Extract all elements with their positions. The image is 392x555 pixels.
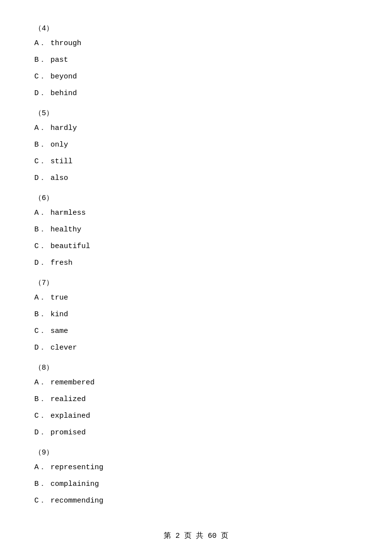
question-number-7: （7） [34,278,358,287]
question-number-5: （5） [34,108,358,118]
option-8-1[interactable]: B． realized [34,394,358,405]
option-5-3[interactable]: D． also [34,173,358,184]
option-9-1[interactable]: B． complaining [34,479,358,490]
option-8-2[interactable]: C． explained [34,410,358,422]
option-5-1[interactable]: B． only [34,139,358,151]
page-footer: 第 2 页 共 60 页 [0,531,392,540]
option-9-0[interactable]: A． representing [34,462,358,474]
option-6-0[interactable]: A． harmless [34,207,358,219]
option-6-3[interactable]: D． fresh [34,257,358,269]
option-7-1[interactable]: B． kind [34,309,358,321]
option-4-3[interactable]: D． behind [34,88,358,100]
option-5-0[interactable]: A． hardly [34,123,358,134]
footer-text: 第 2 页 共 60 页 [164,532,228,540]
option-6-2[interactable]: C． beautiful [34,241,358,252]
option-4-0[interactable]: A． through [34,38,358,50]
option-4-1[interactable]: B． past [34,54,358,66]
page-content: （4）A． throughB． pastC． beyondD． behind（5… [0,0,392,541]
option-9-2[interactable]: C． recommending [34,495,358,507]
option-4-2[interactable]: C． beyond [34,71,358,83]
option-5-2[interactable]: C． still [34,156,358,168]
question-number-4: （4） [34,24,358,33]
option-6-1[interactable]: B． healthy [34,224,358,236]
option-7-3[interactable]: D． clever [34,342,358,354]
option-7-0[interactable]: A． true [34,292,358,304]
option-8-0[interactable]: A． remembered [34,377,358,389]
question-number-8: （8） [34,363,358,372]
question-number-6: （6） [34,193,358,202]
option-7-2[interactable]: C． same [34,326,358,337]
option-8-3[interactable]: D． promised [34,427,358,439]
question-number-9: （9） [34,448,358,457]
